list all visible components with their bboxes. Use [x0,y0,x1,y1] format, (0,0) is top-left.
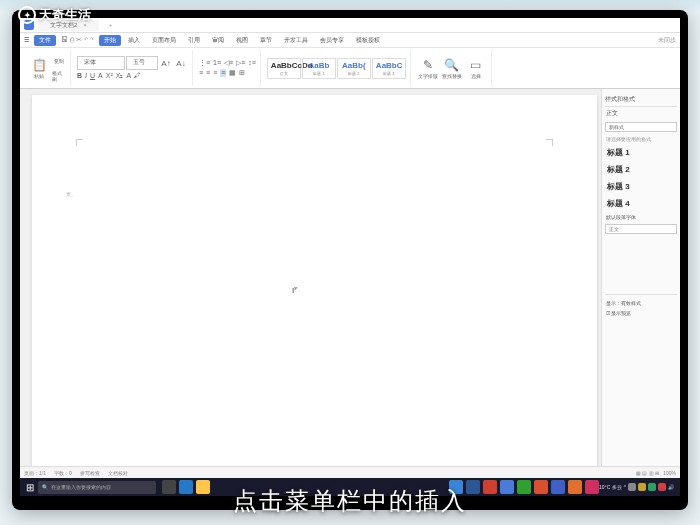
page-marker: 页。 [66,191,76,197]
style-normal[interactable]: AaBbCcDd正文 [267,58,301,79]
italic-button[interactable]: I [85,72,87,80]
line-spacing-button[interactable]: ↕≡ [248,59,256,67]
menu-tab-member[interactable]: 会员专享 [315,35,349,46]
align-left-button[interactable]: ≡ [199,69,203,77]
style-heading-4[interactable]: 标题 4 [605,195,677,212]
watermark-logo: ✦ 天奇生活 [18,6,91,24]
menu-icon[interactable]: ☰ [24,36,32,44]
style-h3[interactable]: AaBbC标题 3 [372,58,406,79]
ribbon-clipboard: 📋粘贴 复制 格式刷 [24,50,71,86]
super-button[interactable]: X² [106,72,113,80]
margin-marker-tr [546,139,553,146]
monitor-frame: 文字文档2 × + ☰ 文件 🖫 ⎙ ✂ ↶ ↷ 开始 插入 页面布局 引用 审… [12,10,688,510]
bullets-button[interactable]: ⋮≡ [199,59,210,67]
select-button[interactable]: ▭选择 [465,53,487,83]
panel-show-label: 显示：有效样式 [605,298,677,308]
watermark-icon: ✦ [18,6,36,24]
panel-current-style: 正文 [605,107,677,120]
highlight-button[interactable]: 🖍 [134,72,141,80]
new-style-button[interactable]: 新样式 [605,122,677,132]
borders-button[interactable]: ⊞ [239,69,245,77]
copy-button[interactable]: 复制 [52,54,66,68]
panel-show-preview[interactable]: ☑ 显示预览 [605,308,677,318]
status-words[interactable]: 字数：0 [54,470,72,476]
quick-icons: 🖫 ⎙ ✂ ↶ ↷ [58,36,97,44]
ribbon-font: 宋体 五号 A↑ A↓ B I U A X² X₂ A 🖍 [73,50,193,86]
indent-inc-button[interactable]: ▷≡ [236,59,245,67]
status-proof[interactable]: 文档校对 [108,470,128,476]
underline-button[interactable]: U [90,72,95,80]
ribbon-editing: ✎文字排版 🔍查找替换 ▭选择 [413,50,492,86]
style-h1[interactable]: AaBb标题 1 [302,58,336,79]
menu-tab-dev[interactable]: 开发工具 [279,35,313,46]
menu-tab-section[interactable]: 章节 [255,35,277,46]
subtitle-caption: 点击菜单栏中的插入 [0,485,700,517]
text-cursor-icon: Iyr [292,285,298,295]
statusbar: 页面：1/1 字数：0 拼写检查 文档校对 ▦ ▤ ▥ ⊞ 100% [20,466,680,478]
strike-button[interactable]: A [98,72,103,80]
style-heading-2[interactable]: 标题 2 [605,161,677,178]
menu-tab-insert[interactable]: 插入 [123,35,145,46]
style-heading-3[interactable]: 标题 3 [605,178,677,195]
font-size-select[interactable]: 五号 [126,56,158,70]
style-default-font[interactable]: 默认段落字体 [605,212,677,222]
bold-button[interactable]: B [77,72,82,80]
menu-tab-template[interactable]: 模板授权 [351,35,385,46]
new-tab-button[interactable]: + [105,22,117,28]
status-page[interactable]: 页面：1/1 [24,470,46,476]
sub-button[interactable]: X₂ [116,72,124,80]
menu-tab-layout[interactable]: 页面布局 [147,35,181,46]
titlebar: 文字文档2 × + [20,18,680,33]
panel-hint: 请选择要应用的格式 [605,134,677,144]
document-page[interactable]: 页。 Iyr [32,95,597,475]
ribbon: 📋粘贴 复制 格式刷 宋体 五号 A↑ A↓ B I U A X² X₂ A 🖍 [20,48,680,89]
align-center-button[interactable]: ≡ [206,69,210,77]
menu-tab-review[interactable]: 审阅 [207,35,229,46]
shading-button[interactable]: ▦ [229,69,236,77]
font-color-button[interactable]: A [126,72,131,80]
style-body[interactable]: 正文 [605,224,677,234]
paste-button[interactable]: 📋粘贴 [28,53,50,83]
indent-dec-button[interactable]: ◁≡ [224,59,233,67]
align-justify-button[interactable]: ≡ [220,69,226,77]
font-shrink-icon[interactable]: A↓ [174,56,188,70]
format-painter-button[interactable]: 格式刷 [52,69,66,83]
menu-tab-home[interactable]: 开始 [99,35,121,46]
status-spell[interactable]: 拼写检查 [80,470,100,476]
style-h2[interactable]: AaBb(标题 2 [337,58,371,79]
zoom-level[interactable]: 100% [663,470,676,476]
menu-tab-view[interactable]: 视图 [231,35,253,46]
font-grow-icon[interactable]: A↑ [159,56,173,70]
margin-marker-tl [76,139,83,146]
menu-file[interactable]: 文件 [34,35,56,46]
panel-title: 样式和格式 [605,93,677,107]
numbering-button[interactable]: 1≡ [213,59,221,67]
font-name-select[interactable]: 宋体 [77,56,125,70]
styles-panel: 样式和格式 正文 新样式 请选择要应用的格式 标题 1 标题 2 标题 3 标题… [601,89,680,481]
view-mode-icons[interactable]: ▦ ▤ ▥ ⊞ [636,470,659,476]
document-area: 页。 Iyr 样式和格式 正文 新样式 请选择要应用的格式 标题 1 标题 2 … [20,89,680,481]
text-layout-button[interactable]: ✎文字排版 [417,53,439,83]
sync-status[interactable]: 未同步 [658,36,676,45]
style-heading-1[interactable]: 标题 1 [605,144,677,161]
screen: 文字文档2 × + ☰ 文件 🖫 ⎙ ✂ ↶ ↷ 开始 插入 页面布局 引用 审… [20,18,680,496]
ribbon-styles: AaBbCcDd正文 AaBb标题 1 AaBb(标题 2 AaBbC标题 3 [263,50,411,86]
align-right-button[interactable]: ≡ [213,69,217,77]
ribbon-paragraph: ⋮≡ 1≡ ◁≡ ▷≡ ↕≡ ≡ ≡ ≡ ≡ ▦ ⊞ [195,50,261,86]
find-replace-button[interactable]: 🔍查找替换 [441,53,463,83]
menu-tab-references[interactable]: 引用 [183,35,205,46]
menubar: ☰ 文件 🖫 ⎙ ✂ ↶ ↷ 开始 插入 页面布局 引用 审阅 视图 章节 开发… [20,33,680,48]
